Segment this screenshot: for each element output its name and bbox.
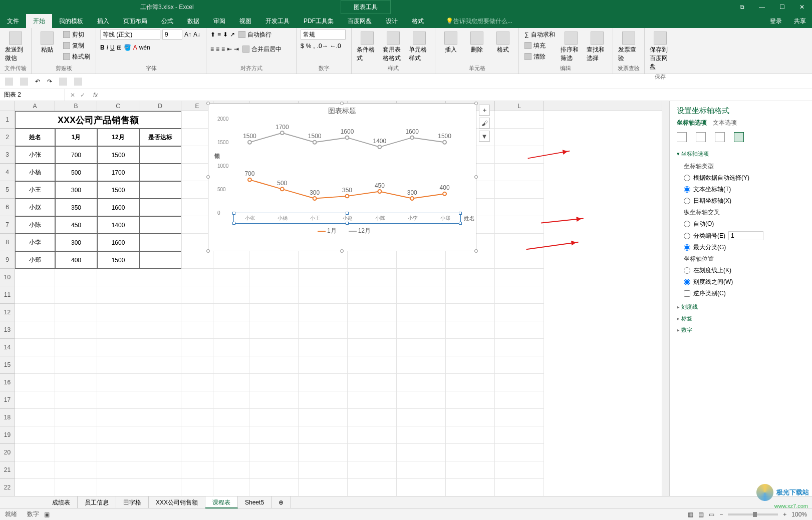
qat-icon[interactable]	[59, 78, 67, 86]
chart-object[interactable]: 图表标题 销售额 姓名 7005003003504503004001500170…	[208, 103, 476, 251]
chart-filter-button[interactable]: ▼	[479, 131, 490, 142]
align-top-icon[interactable]: ⬆	[210, 31, 215, 38]
cell[interactable]	[397, 391, 446, 409]
cell[interactable]	[15, 286, 55, 304]
ribbon-tab-0[interactable]: 文件	[0, 14, 26, 28]
cell[interactable]	[139, 444, 181, 461]
cell[interactable]	[15, 304, 55, 321]
cell[interactable]	[397, 251, 446, 269]
effects-icon[interactable]	[696, 132, 706, 142]
cell[interactable]	[181, 251, 213, 269]
row-header[interactable]: 6	[0, 199, 15, 216]
cell[interactable]	[299, 374, 348, 391]
cell[interactable]	[495, 409, 544, 426]
cell[interactable]	[249, 321, 299, 339]
row-header[interactable]: 19	[0, 426, 15, 444]
cell[interactable]	[348, 391, 397, 409]
cell[interactable]: 1600	[97, 234, 139, 251]
ribbon-tab-7[interactable]: 审阅	[206, 14, 232, 28]
dec-decimal-icon[interactable]: ←.0	[330, 43, 341, 50]
cell[interactable]	[299, 479, 348, 496]
cell[interactable]: 1400	[97, 216, 139, 234]
row-header[interactable]: 15	[0, 356, 15, 374]
cell[interactable]	[249, 444, 299, 461]
cell[interactable]	[397, 356, 446, 374]
cell[interactable]: 小杨	[15, 164, 55, 181]
zoom-out-icon[interactable]: −	[719, 511, 723, 518]
row-header[interactable]: 12	[0, 304, 15, 321]
cell[interactable]	[299, 409, 348, 426]
row-header[interactable]: 21	[0, 461, 15, 479]
cell[interactable]	[55, 426, 97, 444]
orientation-icon[interactable]: ↗	[230, 31, 235, 38]
cell[interactable]	[397, 374, 446, 391]
checkbox-reverse[interactable]: 逆序类别(C)	[677, 288, 805, 299]
col-header[interactable]: B	[55, 101, 97, 111]
cell[interactable]	[495, 216, 544, 234]
cell[interactable]	[97, 339, 139, 356]
cell[interactable]	[15, 269, 55, 286]
ribbon-tab-11[interactable]: 百度网盘	[341, 14, 379, 28]
pane-tab-axis-options[interactable]: 坐标轴选项	[677, 119, 707, 127]
cell[interactable]	[495, 234, 544, 251]
cell[interactable]	[495, 479, 544, 496]
cell[interactable]	[97, 356, 139, 374]
inc-decimal-icon[interactable]: .0→	[317, 43, 328, 50]
cell[interactable]	[139, 374, 181, 391]
cut-button[interactable]: 剪切	[62, 30, 92, 40]
cell[interactable]	[249, 269, 299, 286]
cell[interactable]: 450	[55, 216, 97, 234]
ribbon-tab-10[interactable]: PDF工具集	[297, 14, 341, 28]
cell[interactable]	[213, 409, 249, 426]
cell[interactable]	[397, 426, 446, 444]
cell[interactable]	[446, 479, 495, 496]
cell[interactable]	[139, 146, 181, 164]
paste-button[interactable]: 粘贴	[36, 30, 59, 56]
cell[interactable]	[249, 356, 299, 374]
fx-icon[interactable]: fx	[90, 92, 101, 99]
vertical-scrollbar[interactable]	[662, 101, 669, 496]
cell[interactable]	[348, 304, 397, 321]
radio-on-tick[interactable]: 在刻度线上(K)	[677, 265, 805, 276]
cell[interactable]	[446, 444, 495, 461]
cell[interactable]	[213, 461, 249, 479]
chart-plot-area[interactable]: 销售额 姓名 700500300350450300400150017001500…	[233, 119, 461, 224]
cell[interactable]	[97, 286, 139, 304]
border-button[interactable]: ⊞	[117, 44, 122, 51]
cell[interactable]: 小王	[15, 181, 55, 199]
fill-line-icon[interactable]	[677, 132, 687, 142]
radio-between-tick[interactable]: 刻度线之间(W)	[677, 276, 805, 288]
close-icon[interactable]: ✕	[792, 0, 812, 14]
clear-button[interactable]: 清除	[523, 52, 557, 62]
cell[interactable]	[139, 409, 181, 426]
section-labels[interactable]: 标签	[677, 315, 805, 322]
cell[interactable]	[181, 339, 213, 356]
wrap-text-button[interactable]: 自动换行	[237, 30, 273, 40]
ribbon-display-icon[interactable]: ⧉	[732, 0, 752, 14]
cell[interactable]	[139, 251, 181, 269]
ribbon-tab-12[interactable]: 设计	[379, 14, 405, 28]
cell[interactable]	[397, 339, 446, 356]
comma-icon[interactable]: ,	[313, 43, 315, 50]
align-center-icon[interactable]: ≡	[216, 46, 219, 53]
col-header[interactable]: D	[139, 101, 181, 111]
cell[interactable]	[181, 391, 213, 409]
row-header[interactable]: 2	[0, 129, 15, 146]
cell[interactable]	[55, 444, 97, 461]
sheet-tab[interactable]: 成绩表	[45, 496, 78, 508]
redo-icon[interactable]: ↷	[47, 78, 52, 85]
cell[interactable]	[97, 409, 139, 426]
cell-styles-button[interactable]: 单元格样式	[408, 30, 431, 65]
cell[interactable]	[446, 251, 495, 269]
cell[interactable]	[446, 391, 495, 409]
cell[interactable]	[446, 409, 495, 426]
cell[interactable]	[139, 339, 181, 356]
cell[interactable]	[249, 409, 299, 426]
name-box[interactable]: 图表 2	[0, 89, 65, 101]
cell[interactable]	[139, 286, 181, 304]
cell[interactable]	[495, 426, 544, 444]
cell[interactable]	[139, 181, 181, 199]
ribbon-tab-9[interactable]: 开发工具	[258, 14, 297, 28]
row-header[interactable]: 4	[0, 164, 15, 181]
phonetic-button[interactable]: wén	[139, 44, 150, 51]
